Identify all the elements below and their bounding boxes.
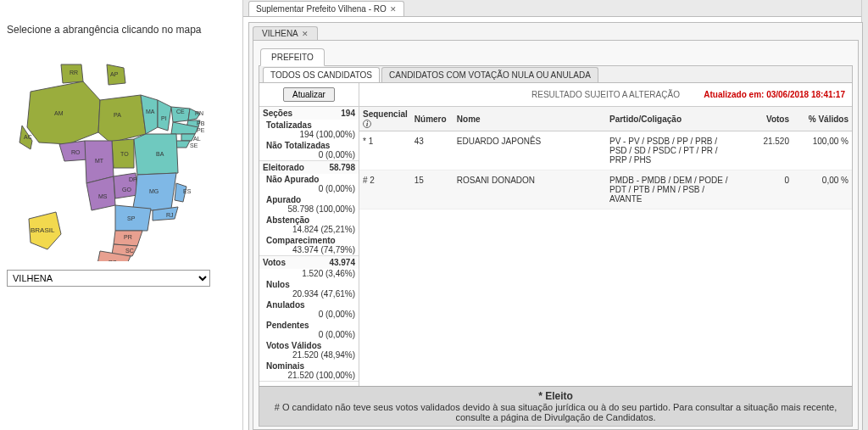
table-row[interactable]: * 1 43 EDUARDO JAPONÊS PV - PV / PSDB / …	[359, 131, 852, 170]
office-tab-prefeito[interactable]: PREFEITO	[260, 48, 325, 66]
footer-note: * Eleito # O candidato não teve seus vot…	[259, 386, 852, 426]
top-tab-election[interactable]: Suplementar Prefeito Vilhena - RO ✕	[248, 1, 404, 16]
svg-text:SC: SC	[125, 248, 134, 254]
top-tab-label: Suplementar Prefeito Vilhena - RO	[256, 4, 387, 14]
update-button[interactable]: Atualizar	[283, 87, 335, 102]
inner-box: PREFEITO TODOS OS CANDIDATOS CANDIDATOS …	[253, 40, 859, 430]
svg-text:RJ: RJ	[166, 212, 174, 218]
tab-all-candidates[interactable]: TODOS OS CANDIDATOS	[263, 67, 380, 82]
footer-text: # O candidato não teve seus votos valida…	[268, 402, 843, 422]
svg-text:RR: RR	[70, 70, 78, 75]
svg-text:PB: PB	[197, 120, 205, 126]
svg-text:PR: PR	[124, 234, 132, 240]
svg-text:PI: PI	[161, 115, 167, 121]
svg-text:MS: MS	[98, 193, 108, 199]
svg-text:AC: AC	[24, 134, 32, 140]
stats-column: Atualizar Seções194 Totalizadas 194 (100…	[259, 83, 359, 388]
sub-tabbar: VILHENA ✕	[249, 23, 862, 40]
office-tabbar: PREFEITO	[253, 46, 858, 66]
results-column: RESULTADO SUJEITO A ALTERAÇÃO Atualizado…	[359, 83, 852, 388]
office-content: TODOS OS CANDIDATOS CANDIDATOS COM VOTAÇ…	[259, 65, 853, 427]
svg-text:RS: RS	[108, 260, 117, 261]
svg-text:ES: ES	[183, 188, 192, 194]
svg-text:SE: SE	[190, 142, 198, 148]
close-icon[interactable]: ✕	[302, 30, 309, 38]
candidates-table: Sequencial i Número Nome Partido/Coligaç…	[359, 107, 852, 209]
tab-null-candidates[interactable]: CANDIDATOS COM VOTAÇÃO NULA OU ANULADA	[381, 67, 598, 82]
updated-timestamp: Atualizado em: 03/06/2018 18:41:17	[704, 90, 845, 99]
svg-text:MA: MA	[146, 109, 155, 114]
sub-tab-city[interactable]: VILHENA ✕	[253, 26, 318, 40]
candidate-tabbar: TODOS OS CANDIDATOS CANDIDATOS COM VOTAÇ…	[259, 66, 852, 83]
svg-text:SP: SP	[127, 215, 136, 221]
close-icon[interactable]: ✕	[390, 5, 397, 14]
top-tabbar: Suplementar Prefeito Vilhena - RO ✕	[243, 0, 868, 17]
sub-tab-label: VILHENA	[262, 29, 298, 38]
left-panel: Selecione a abrangência clicando no mapa	[0, 0, 237, 430]
state-pa[interactable]	[98, 95, 146, 142]
table-row[interactable]: # 2 15 ROSANI DONADON PMDB - PMDB / DEM …	[359, 170, 852, 209]
svg-text:PA: PA	[114, 112, 121, 118]
map-instruction: Selecione a abrangência clicando no mapa	[7, 24, 231, 36]
svg-text:CE: CE	[176, 109, 185, 114]
svg-text:GO: GO	[122, 187, 131, 193]
svg-text:BA: BA	[156, 151, 164, 157]
svg-text:DF: DF	[129, 176, 136, 182]
svg-text:AM: AM	[54, 110, 64, 116]
svg-text:RO: RO	[71, 149, 81, 155]
svg-text:MG: MG	[149, 188, 159, 194]
footer-title: * Eleito	[268, 390, 843, 402]
svg-text:BRASIL: BRASIL	[31, 226, 55, 234]
right-panel: Suplementar Prefeito Vilhena - RO ✕ VILH…	[242, 0, 868, 430]
content-box: VILHENA ✕ PREFEITO TODOS OS CANDIDATOS C…	[248, 22, 863, 430]
main-row: Atualizar Seções194 Totalizadas 194 (100…	[259, 83, 852, 388]
svg-text:MT: MT	[95, 158, 104, 164]
state-am[interactable]	[27, 81, 100, 144]
state-se[interactable]	[176, 141, 190, 148]
svg-text:TO: TO	[120, 151, 129, 157]
svg-text:RN: RN	[195, 110, 203, 116]
svg-text:AP: AP	[110, 71, 119, 77]
brazil-map[interactable]: RRAP AMPA MACE RNPB PEPI ALSE BATO ACRO …	[7, 49, 227, 261]
svg-text:AL: AL	[193, 136, 201, 142]
city-select[interactable]: VILHENA	[7, 270, 210, 287]
info-icon[interactable]: i	[363, 120, 371, 128]
svg-text:PE: PE	[197, 127, 205, 133]
result-title: RESULTADO SUJEITO A ALTERAÇÃO	[531, 90, 680, 99]
